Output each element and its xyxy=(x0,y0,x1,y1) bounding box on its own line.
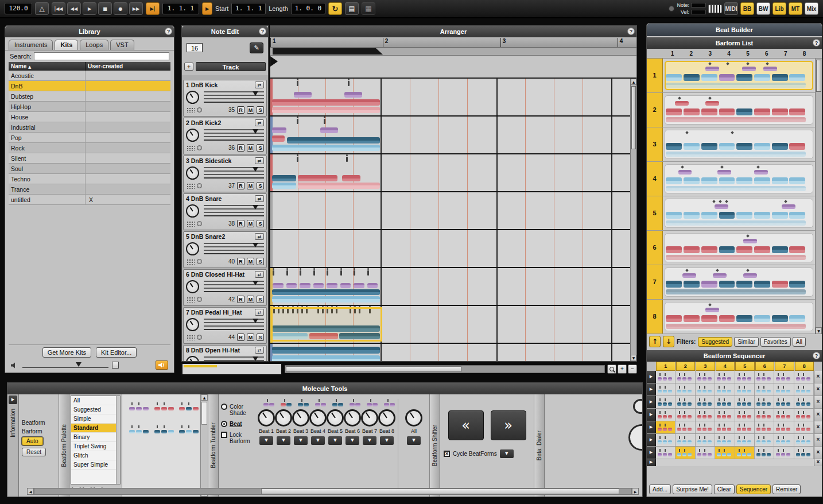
record-arm-button[interactable]: R xyxy=(237,182,244,189)
beatform-palette-tab[interactable]: Beatform Palette xyxy=(59,394,69,497)
arranger-lane-2[interactable] xyxy=(270,117,630,154)
sequencer-cell[interactable] xyxy=(676,434,695,446)
seq-column-header[interactable]: 8 xyxy=(795,362,814,371)
sequencer-cell[interactable] xyxy=(774,371,794,383)
mixer-toggle[interactable]: Mix xyxy=(805,2,818,15)
row-play-button[interactable]: ▶ xyxy=(647,371,656,383)
record-arm-button[interactable]: R xyxy=(237,258,244,265)
row-play-button[interactable]: ▶ xyxy=(647,447,656,459)
library-row-techno[interactable]: Techno xyxy=(9,174,170,184)
sequencer-cell[interactable] xyxy=(794,434,814,446)
molecule-pattern[interactable] xyxy=(152,422,173,440)
sequencer-cell[interactable] xyxy=(755,396,774,408)
solo-button[interactable]: S xyxy=(257,182,264,189)
sequencer-cell[interactable] xyxy=(774,447,794,459)
track-knob[interactable] xyxy=(186,356,199,362)
search-input[interactable] xyxy=(34,52,169,60)
clip-segment[interactable] xyxy=(272,296,380,302)
scroll-down-button[interactable]: ▼ xyxy=(816,327,822,334)
scroll-down-button[interactable]: ▼ xyxy=(631,355,636,361)
library-row-trance[interactable]: Trance xyxy=(9,184,170,195)
sequencer-cell[interactable] xyxy=(735,409,755,421)
tempo-display[interactable]: 120.0 xyxy=(5,3,32,14)
row-clear-button[interactable]: × xyxy=(814,459,822,466)
playhead-marker[interactable] xyxy=(270,56,278,67)
move-down-button[interactable]: ↓ xyxy=(663,336,674,347)
sequencer-cell[interactable] xyxy=(735,447,755,459)
track-volume-slider[interactable] xyxy=(204,205,264,216)
sequencer-cell[interactable] xyxy=(696,396,715,408)
solo-button[interactable]: S xyxy=(257,106,264,114)
palette-item-triplet-swing[interactable]: Triplet Swing xyxy=(71,442,120,451)
position-display[interactable]: 1. 1. 1 xyxy=(162,3,199,14)
row-clear-button[interactable]: × xyxy=(814,409,822,421)
help-icon[interactable]: ? xyxy=(813,352,820,359)
get-more-kits-button[interactable]: Get More Kits xyxy=(42,347,91,358)
beat-builder-toggle[interactable]: BB xyxy=(740,2,754,15)
seq-column-header[interactable]: 5 xyxy=(735,362,755,371)
mute-button[interactable]: M xyxy=(247,220,254,227)
beat-knob[interactable] xyxy=(344,409,361,427)
sequencer-cell[interactable] xyxy=(715,371,735,383)
shifter-dropdown-button[interactable]: ▼ xyxy=(500,449,514,458)
record-arm-button[interactable]: R xyxy=(237,296,244,303)
track-volume-slider[interactable] xyxy=(204,91,264,103)
library-row-house[interactable]: House xyxy=(9,112,170,122)
sequencer-cell[interactable] xyxy=(656,409,676,421)
kit-editor-button[interactable]: Kit Editor... xyxy=(96,347,137,358)
sequencer-cell[interactable] xyxy=(715,421,735,433)
sequencer-cell[interactable] xyxy=(696,383,715,396)
barform-row-2[interactable]: 2 xyxy=(647,93,822,127)
sequencer-cell[interactable] xyxy=(656,421,676,433)
row-clear-button[interactable]: × xyxy=(814,383,822,396)
mute-button[interactable]: M xyxy=(247,258,254,265)
track-knob[interactable] xyxy=(186,242,199,255)
swap-instrument-button[interactable]: ⇄ xyxy=(255,233,264,240)
track-volume-slider[interactable] xyxy=(204,243,264,254)
column-user-created[interactable]: User-created xyxy=(86,62,170,71)
beatform-shifter-tab[interactable]: Beatform Shifter xyxy=(430,394,440,497)
clip-segment[interactable] xyxy=(354,283,364,289)
clip-segment[interactable] xyxy=(367,283,378,289)
knob-dropdown-button[interactable]: ▼ xyxy=(380,436,394,445)
track-6[interactable]: 6 DnB Closed Hi-Hat⇄42RMS xyxy=(183,269,267,306)
column-name[interactable]: Name ▲ xyxy=(9,62,86,71)
clip-segment[interactable] xyxy=(287,137,380,144)
sequencer-cell[interactable] xyxy=(794,396,814,408)
beat-knob[interactable] xyxy=(327,409,344,427)
sequencer-cell[interactable] xyxy=(774,409,794,421)
tab-kits[interactable]: Kits xyxy=(55,40,78,50)
sequencer-cell[interactable] xyxy=(676,383,695,396)
library-row-dubstep[interactable]: Dubstep xyxy=(9,91,170,102)
swap-instrument-button[interactable]: ⇄ xyxy=(255,271,264,278)
barform-pattern[interactable] xyxy=(663,93,815,127)
stop-preview-button[interactable] xyxy=(112,362,119,369)
record-arm-button[interactable]: R xyxy=(237,220,244,227)
expand-button[interactable]: ▶ xyxy=(9,396,17,404)
sequencer-cell[interactable] xyxy=(696,421,715,433)
scroll-right-button[interactable]: ▶ xyxy=(632,488,639,495)
scroll-up-button[interactable]: ▲ xyxy=(631,79,636,85)
swap-instrument-button[interactable]: ⇄ xyxy=(255,309,264,316)
track-volume-slider[interactable] xyxy=(204,129,264,141)
molecule-horizontal-scrollbar[interactable]: ◀ ▶ xyxy=(27,488,639,495)
scrollbar-thumb[interactable] xyxy=(286,366,461,372)
solo-button[interactable]: S xyxy=(257,296,264,303)
slider-handle[interactable] xyxy=(76,362,81,367)
palette-item-all[interactable]: All xyxy=(71,396,120,405)
beat-option[interactable]: Beat xyxy=(221,421,258,427)
record-arm-button[interactable]: R xyxy=(237,106,244,114)
arranger-lane-5[interactable] xyxy=(270,230,630,268)
palette-item-standard[interactable]: Standard xyxy=(71,424,120,433)
filter-favorites[interactable]: Favorites xyxy=(760,337,791,347)
barform-scrollbar[interactable]: ▼ xyxy=(815,59,822,334)
midi-button[interactable]: MIDI xyxy=(724,2,738,15)
move-up-button[interactable]: ↑ xyxy=(649,336,661,347)
reset-button[interactable]: Reset xyxy=(22,448,46,456)
sequencer-cell[interactable] xyxy=(715,383,735,396)
cycle-beatforms-checkbox[interactable]: ✕ xyxy=(444,451,450,457)
tab-loops[interactable]: Loops xyxy=(80,40,108,50)
beat-knob[interactable] xyxy=(361,409,378,427)
row-clear-button[interactable]: × xyxy=(814,371,822,383)
barform-row-6[interactable]: 6 xyxy=(647,231,822,265)
